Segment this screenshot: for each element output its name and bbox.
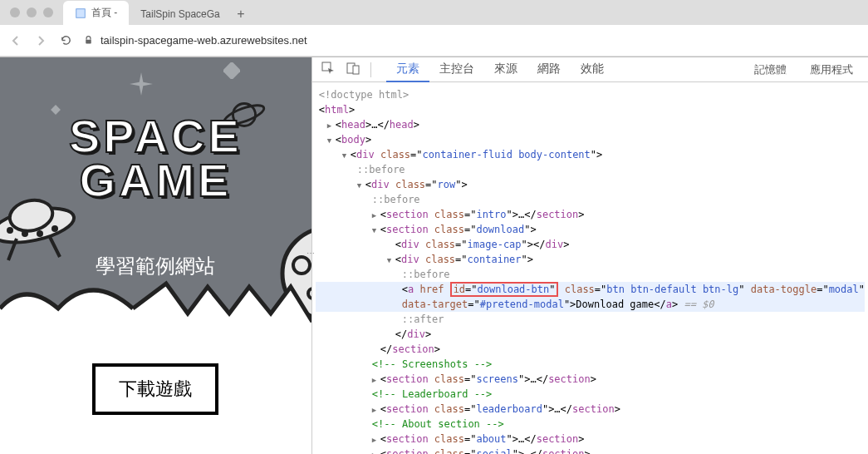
reload-icon <box>60 34 72 47</box>
dom-pseudo: ::before <box>316 192 865 207</box>
inspect-icon <box>321 62 335 75</box>
dom-node-selected-cont[interactable]: data-target="#pretend-modal">Download ga… <box>316 297 865 312</box>
download-game-button[interactable]: 下載遊戲 <box>92 363 218 415</box>
dom-node[interactable]: </div> <box>316 327 865 342</box>
title-line-2: GAME <box>79 154 232 206</box>
lock-icon <box>83 35 94 46</box>
dom-comment: <!-- Leaderboard --> <box>316 387 865 402</box>
dom-node[interactable]: ▶<section class="screens">…</section> <box>316 372 865 387</box>
dom-pseudo: ::before <box>316 162 865 177</box>
tab-sources[interactable]: 來源 <box>484 57 527 82</box>
browser-tab-inactive[interactable]: TailSpin SpaceGa × <box>129 2 228 25</box>
tab-performance[interactable]: 效能 <box>571 57 614 82</box>
dom-node[interactable]: ▶<section class="leaderboard">…</section… <box>316 402 865 417</box>
svg-rect-19 <box>353 66 359 74</box>
tab-title: TailSpin SpaceGa <box>140 8 219 20</box>
sparkle-icon <box>130 72 153 96</box>
browser-tab-active[interactable]: 首頁 - <box>63 1 129 25</box>
browser-chrome: 首頁 - TailSpin SpaceGa × + tailspin-space… <box>0 0 868 57</box>
svg-point-10 <box>37 230 43 237</box>
tab-network[interactable]: 網路 <box>527 57 571 82</box>
download-section: 下載遊戲 <box>0 338 311 440</box>
svg-rect-2 <box>51 105 61 115</box>
svg-rect-0 <box>76 8 86 17</box>
diamond-icon <box>223 62 240 79</box>
new-tab-button[interactable]: + <box>228 3 253 25</box>
minimize-window-button[interactable] <box>27 7 37 17</box>
url-field[interactable]: tailspin-spacegame-web.azurewebsites.net <box>83 34 860 47</box>
devtools-dock-handle[interactable]: ⋯ <box>305 249 318 258</box>
svg-point-9 <box>22 230 28 237</box>
mountains-icon <box>0 272 311 338</box>
devtools-tabs: 元素 主控台 來源 網路 效能 <box>386 57 614 82</box>
dom-pseudo: ::after <box>316 312 865 327</box>
dom-comment: <!-- About section --> <box>316 417 865 432</box>
hero-section: SPACEGAME 學習範例網站 <box>0 57 311 338</box>
dom-doctype: <!doctype html> <box>316 87 865 102</box>
dom-pseudo: ::before <box>316 267 865 282</box>
tab-memory[interactable]: 記憶體 <box>744 58 797 81</box>
browser-tabs: 首頁 - TailSpin SpaceGa × + <box>63 0 253 25</box>
svg-rect-1 <box>86 40 91 44</box>
dom-node[interactable]: ▶<section class="intro">…</section> <box>316 207 865 222</box>
titlebar: 首頁 - TailSpin SpaceGa × + <box>0 0 868 25</box>
nav-forward-button[interactable] <box>33 33 48 48</box>
tab-application[interactable]: 應用程式 <box>800 58 863 81</box>
svg-rect-3 <box>223 62 240 79</box>
dom-node-selected[interactable]: <a href id="download-btn" class="btn btn… <box>316 282 865 297</box>
maximize-window-button[interactable] <box>43 7 53 17</box>
svg-point-11 <box>51 225 58 232</box>
back-icon <box>9 34 22 47</box>
inspect-element-button[interactable] <box>317 59 339 80</box>
dom-node[interactable]: ▶<head>…</head> <box>316 117 865 132</box>
device-toolbar-button[interactable] <box>342 59 364 80</box>
page-title: SPACEGAME <box>69 114 243 202</box>
dom-node[interactable]: ▼<div class="container"> <box>316 252 865 267</box>
devtools-toolbar: 元素 主控台 來源 網路 效能 記憶體 應用程式 <box>312 57 868 82</box>
tab-title: 首頁 - <box>91 6 117 20</box>
ufo-icon <box>0 187 83 270</box>
rendered-page: SPACEGAME 學習範例網站 <box>0 57 311 454</box>
favicon-icon <box>75 7 86 19</box>
content-area: SPACEGAME 學習範例網站 <box>0 57 868 454</box>
dom-node[interactable]: <html> <box>316 102 865 117</box>
url-text: tailspin-spacegame-web.azurewebsites.net <box>101 34 307 47</box>
dom-node[interactable]: <div class="image-cap"></div> <box>316 237 865 252</box>
diamond-icon <box>50 104 61 116</box>
svg-line-13 <box>50 237 60 257</box>
dom-node[interactable]: ▼<div class="container-fluid body-conten… <box>316 147 865 162</box>
dom-node[interactable]: </section> <box>316 342 865 357</box>
window-controls <box>10 7 53 17</box>
dom-node[interactable]: ▼<section class="download"> <box>316 222 865 237</box>
svg-point-8 <box>7 227 13 234</box>
address-bar: tailspin-spacegame-web.azurewebsites.net <box>0 25 868 57</box>
device-icon <box>346 62 360 75</box>
tab-console[interactable]: 主控台 <box>429 57 484 82</box>
nav-back-button[interactable] <box>8 33 23 48</box>
nav-reload-button[interactable] <box>58 33 73 48</box>
dom-node[interactable]: ▼<div class="row"> <box>316 177 865 192</box>
close-window-button[interactable] <box>10 7 20 17</box>
dom-node[interactable]: ▶<section class="about">…</section> <box>316 432 865 447</box>
tab-elements[interactable]: 元素 <box>386 57 429 82</box>
dom-node[interactable]: ▶<section class="social">…</section> <box>316 447 865 454</box>
dom-comment: <!-- Screenshots --> <box>316 357 865 372</box>
devtools-panel: 元素 主控台 來源 網路 效能 記憶體 應用程式 <!doctype html>… <box>311 57 868 454</box>
dom-node[interactable]: ▼<body> <box>316 132 865 147</box>
forward-icon <box>34 34 47 47</box>
elements-tree[interactable]: <!doctype html> <html> ▶<head>…</head> ▼… <box>312 82 868 454</box>
